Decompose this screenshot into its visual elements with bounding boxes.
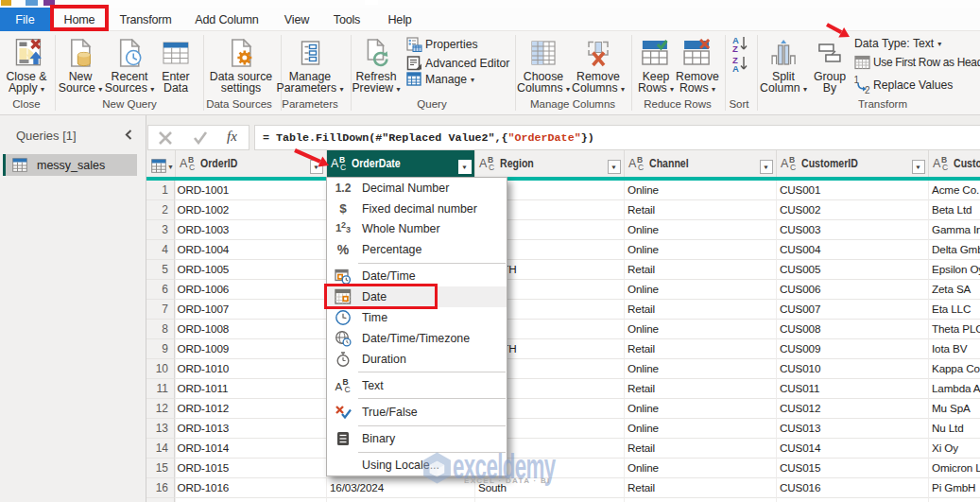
svg-text:Z: Z	[732, 43, 738, 54]
svg-text:A: A	[732, 63, 739, 74]
